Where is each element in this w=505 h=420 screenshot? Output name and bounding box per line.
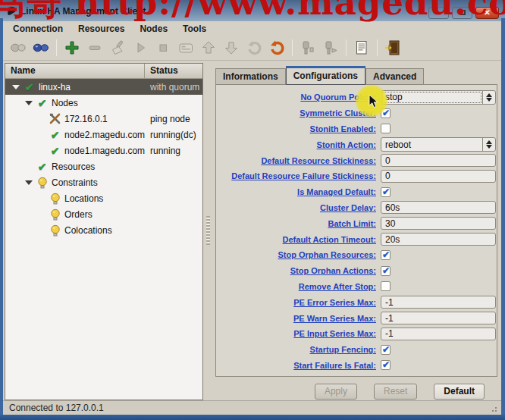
tree-header: Name Status — [5, 64, 202, 79]
start-failure-is-fatal-checkbox[interactable] — [381, 360, 391, 370]
tree-row-orders[interactable]: Orders — [5, 206, 202, 222]
field-row-stop-orphan-resources: Stop Orphan Resources: — [216, 247, 497, 263]
disconnect-icon[interactable] — [30, 38, 52, 58]
remove-after-stop-checkbox[interactable] — [381, 281, 391, 291]
connect-icon[interactable] — [7, 38, 30, 58]
menu-resources[interactable]: Resources — [71, 22, 131, 36]
tree-row-node1[interactable]: ✔ node1.magedu.com running — [5, 143, 202, 158]
tree-row-colocations[interactable]: Colocations — [5, 222, 202, 238]
field-label[interactable]: Start Failure Is Fatal: — [216, 361, 376, 370]
cluster-delay-input[interactable] — [381, 201, 496, 214]
tab-bar: Informations Configurations Advanced — [215, 66, 424, 84]
tree-row-resources[interactable]: ✔ Resources — [5, 158, 202, 174]
batch-limit-input[interactable] — [381, 217, 496, 230]
field-label[interactable]: Remove After Stop: — [216, 282, 376, 291]
stop-icon[interactable] — [152, 38, 174, 58]
menu-tools[interactable]: Tools — [176, 22, 213, 36]
add-icon[interactable] — [61, 38, 83, 58]
tab-configurations[interactable]: Configurations — [286, 66, 365, 85]
stop-orphan-resources-checkbox[interactable] — [381, 250, 391, 260]
column-header-status[interactable]: Status — [145, 64, 202, 79]
field-label[interactable]: Stonith Action: — [216, 140, 376, 149]
menu-nodes[interactable]: Nodes — [133, 22, 174, 36]
tab-advanced[interactable]: Advanced — [365, 68, 424, 84]
stop-orphan-actions-checkbox[interactable] — [381, 266, 391, 276]
edit-icon[interactable] — [174, 38, 197, 58]
pe-input-series-max-input[interactable] — [381, 328, 496, 340]
field-label[interactable]: PE Error Series Max: — [216, 298, 376, 307]
field-label[interactable]: Cluster Delay: — [216, 203, 376, 212]
spinner-arrows-icon[interactable] — [482, 91, 495, 104]
cleanup-icon[interactable] — [106, 38, 129, 58]
field-label[interactable]: Default Resource Failure Stickiness: — [216, 171, 376, 180]
action-buttons: Apply Reset Default — [315, 384, 485, 400]
default-resource-failure-stickiness-input[interactable] — [381, 170, 496, 183]
maximize-button[interactable] — [452, 7, 472, 19]
field-label[interactable]: No Quorum Policy: — [216, 92, 376, 102]
field-label[interactable]: Batch Limit: — [216, 219, 376, 228]
field-label[interactable]: Symmetric Cluster: — [216, 108, 376, 118]
expander-icon[interactable] — [24, 99, 33, 108]
field-label[interactable]: Is Managed Default: — [216, 187, 376, 196]
tree-row-ping-node[interactable]: 172.16.0.1 ping node — [5, 111, 202, 127]
quit-icon[interactable] — [381, 38, 404, 58]
tree-row-locations[interactable]: Locations — [5, 190, 202, 206]
is-managed-default-checkbox[interactable] — [381, 187, 391, 197]
undo-icon[interactable] — [243, 38, 265, 58]
default-button[interactable]: Default — [434, 384, 485, 400]
field-label[interactable]: Stop Orphan Actions: — [216, 266, 376, 275]
field-row-startup-fencing: Startup Fencing: — [216, 342, 497, 358]
field-row-stonith-action: Stonith Action: reboot — [216, 136, 497, 152]
tree-row-label: Locations — [64, 193, 103, 204]
field-label[interactable]: Stop Orphan Resources: — [216, 250, 376, 259]
reset-button[interactable]: Reset — [374, 384, 417, 400]
remove-icon[interactable] — [83, 38, 106, 58]
resize-grip[interactable] — [490, 405, 497, 412]
stonith-enabled-checkbox[interactable] — [381, 124, 391, 133]
titlebar[interactable]: Linux HA Management Client — ✕ — [0, 0, 505, 21]
default-resource-stickiness-input[interactable] — [381, 154, 496, 167]
field-label[interactable]: PE Warn Series Max: — [216, 314, 376, 323]
pe-error-series-max-input[interactable] — [381, 296, 496, 309]
close-button[interactable]: ✕ — [475, 7, 499, 19]
window-border — [501, 18, 505, 420]
mouse-cursor — [368, 94, 381, 108]
field-label[interactable]: Default Resource Stickiness: — [216, 156, 376, 165]
expander-icon[interactable] — [11, 83, 20, 92]
column-header-name[interactable]: Name — [5, 64, 145, 79]
minimize-button[interactable]: — — [428, 7, 449, 19]
tree-row-status: ping node — [150, 114, 190, 124]
no-quorum-policy-select[interactable]: stop — [381, 90, 496, 105]
tab-informations[interactable]: Informations — [215, 68, 286, 84]
default-action-timeout-input[interactable] — [381, 233, 496, 246]
spinner-arrows-icon[interactable] — [482, 138, 495, 151]
move-down-icon[interactable] — [220, 38, 243, 58]
field-row-is-managed-default: Is Managed Default: — [216, 184, 497, 200]
field-label[interactable]: Startup Fencing: — [216, 345, 376, 354]
move-up-icon[interactable] — [197, 38, 220, 58]
startup-fencing-checkbox[interactable] — [381, 345, 391, 355]
tree-row-nodes[interactable]: ✔ Nodes — [5, 95, 202, 111]
tree-row-status: with quorum — [150, 82, 199, 92]
tree-row-constraints[interactable]: Constraints — [5, 174, 202, 190]
start-icon[interactable] — [129, 38, 152, 58]
unmigrate-icon[interactable] — [319, 38, 342, 58]
toolbar-separator — [377, 39, 378, 56]
migrate-icon[interactable] — [296, 38, 319, 58]
bulb-icon — [49, 224, 61, 237]
tree-row-node2[interactable]: ✔ node2.magedu.com running(dc) — [5, 127, 202, 143]
field-label[interactable]: Stonith Enabled: — [216, 124, 376, 133]
field-label[interactable]: PE Input Series Max: — [216, 329, 376, 338]
pane-splitter[interactable] — [204, 61, 213, 400]
expander-icon[interactable] — [24, 178, 33, 187]
apply-button[interactable]: Apply — [315, 384, 357, 400]
tree-row-cluster[interactable]: ✔ linux-ha with quorum — [5, 79, 202, 95]
menu-connection[interactable]: Connection — [6, 22, 70, 36]
tree-row-status: running(dc) — [150, 130, 196, 140]
stonith-action-select[interactable]: reboot — [381, 137, 496, 152]
field-row-stonith-enabled: Stonith Enabled: — [216, 121, 497, 137]
transition-log-icon[interactable] — [350, 38, 373, 58]
revert-icon[interactable] — [265, 38, 288, 58]
pe-warn-series-max-input[interactable] — [381, 312, 496, 324]
field-label[interactable]: Default Action Timeout: — [216, 235, 376, 244]
